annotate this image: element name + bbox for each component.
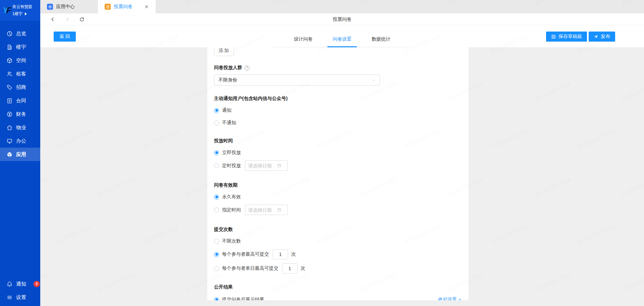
hamburger-icon [6,294,13,301]
radio-notify-yes[interactable] [214,108,219,113]
back-icon[interactable] [50,17,55,22]
validity-date-input[interactable] [248,207,277,213]
radio-max-per-user[interactable] [214,252,219,257]
save-draft-button[interactable]: 保存草稿箱 [546,32,587,42]
building-selector-label[interactable]: 1楼宇 [12,11,23,17]
calendar-icon[interactable] [277,208,281,212]
radio-row-launch-scheduled: 定时投放 [214,160,462,171]
sidebar-item-apps[interactable]: 应用 [0,148,40,161]
radio-label: 指定时间 [222,207,241,213]
radio-unlimited-times[interactable] [214,239,219,244]
times-suffix: 次 [301,265,305,271]
notify-section: 主动通知用户(包含站内信与公众号) 通知 不通知 [214,96,462,126]
tenant-icon [6,70,13,77]
back-button[interactable]: 返回 [54,32,76,42]
close-tab-icon[interactable] [145,5,148,8]
radio-row-specified-time: 指定时间 [214,205,462,215]
sidebar-item-contracts[interactable]: 合同 [0,94,40,107]
help-icon[interactable]: ? [245,65,250,70]
daily-submit-count-input[interactable] [282,263,298,273]
window-tab-survey[interactable]: 投票问卷 [98,0,156,13]
validity-date-field [245,205,288,215]
refresh-icon[interactable] [79,17,85,22]
sidebar-item-label: 空间 [16,57,26,64]
public-result-label: 公开结果 [214,284,462,290]
max-submit-count-input[interactable] [273,249,288,259]
tab-design-survey[interactable]: 设计问卷 [288,32,318,47]
publish-label: 发布 [601,34,610,40]
radio-launch-scheduled[interactable] [214,163,219,168]
radio-label: 永久有效 [222,194,241,200]
sidebar-item-investment[interactable]: 招商 [0,81,40,94]
building-icon [6,44,13,50]
expand-arrow-icon[interactable] [24,12,27,16]
submit-times-label: 提交次数 [214,226,462,233]
calendar-icon[interactable] [277,163,281,168]
tab-data-statistics[interactable]: 数据统计 [366,32,396,47]
tag-icon [6,84,13,91]
navigation-bar: 投票问卷 [40,13,644,26]
sidebar-item-label: 招商 [16,84,26,91]
sidebar: Y F 青云智慧园 1楼宇 总览 楼宇 空间 [0,0,40,306]
radio-row-show-result: 提交问卷后展示结果 收起设置 [214,296,462,300]
validity-label: 问卷有效期 [214,182,462,188]
radio-label: 不限次数 [222,238,241,244]
sidebar-item-office[interactable]: 办公 [0,134,40,148]
sidebar-item-label: 总览 [16,31,26,37]
sidebar-item-property[interactable]: 物业 [0,121,40,134]
radio-label: 不通知 [222,120,236,126]
window-tab-app-center[interactable]: 应用中心 [40,0,98,13]
radio-notify-no[interactable] [214,120,219,125]
tab-survey-settings[interactable]: 问卷设置 [327,32,357,47]
sidebar-item-finance[interactable]: 财务 [0,107,40,121]
collapse-settings-link[interactable]: 收起设置 [438,296,462,300]
audience-label-row: 问卷投放人群 ? [214,65,462,71]
sidebar-menu: 总览 楼宇 空间 租客 招商 合同 [0,27,40,161]
launch-date-input[interactable] [248,163,277,168]
cube-icon [6,57,13,64]
sidebar-item-label: 应用 [16,151,26,158]
main-area: 应用中心 投票问卷 投票问卷 返回 设计问卷 问卷设置 数据统 [40,0,644,306]
sidebar-item-settings[interactable]: 设置 [0,291,40,304]
sidebar-item-space[interactable]: 空间 [0,54,40,67]
times-suffix: 次 [291,251,296,257]
launch-time-section: 投放时间 立即投放 定时投放 [214,138,462,171]
submit-times-section: 提交次数 不限次数 每个参与者最高可提交 次 每个参与者单日最高可提交 次 [214,226,462,273]
radio-show-result[interactable] [214,297,219,301]
forward-icon[interactable] [65,17,70,22]
monitor-icon [6,138,13,144]
notify-label: 主动通知用户(包含站内信与公众号) [214,96,462,102]
radio-specified-time[interactable] [214,207,219,212]
chevron-down-icon [372,78,376,82]
radio-launch-now[interactable] [214,150,219,155]
sidebar-item-buildings[interactable]: 楼宇 [0,40,40,54]
radio-max-per-day[interactable] [214,266,219,271]
bell-icon [6,280,13,287]
logo: Y F [3,6,11,15]
logo-area: Y F 青云智慧园 1楼宇 [0,0,40,21]
audience-select[interactable]: 不限身份 [214,74,380,86]
audience-label: 问卷投放人群 [214,65,242,71]
add-button[interactable]: 添加 [214,47,234,56]
sidebar-item-notifications[interactable]: 通知 6 [0,277,40,291]
sidebar-item-label: 物业 [16,124,26,131]
publish-button[interactable]: 发布 [589,32,615,42]
content-area: 添加 问卷投放人群 ? 不限身份 主动通知用户(包含站内信与公众号) 通知 [40,47,644,306]
finance-icon [6,111,13,117]
window-tab-label: 应用中心 [56,4,75,10]
radio-row-permanent: 永久有效 [214,193,462,201]
toolbar: 返回 设计问卷 问卷设置 数据统计 保存草稿箱 发布 [40,26,644,47]
sidebar-item-label: 财务 [16,111,26,117]
save-draft-label: 保存草稿箱 [558,34,582,40]
launch-time-label: 投放时间 [214,138,462,144]
radio-label: 通知 [222,107,231,113]
settings-tab-strip: 设计问卷 问卷设置 数据统计 [273,32,411,47]
notification-badge: 6 [34,281,40,287]
sidebar-item-overview[interactable]: 总览 [0,27,40,40]
radio-permanent-valid[interactable] [214,195,219,200]
logo-letter-f: F [6,6,11,15]
radio-row-unlimited: 不限次数 [214,238,462,245]
sidebar-item-label: 通知 [16,281,26,287]
sidebar-item-tenants[interactable]: 租客 [0,67,40,81]
window-tabbar: 应用中心 投票问卷 [40,0,644,13]
